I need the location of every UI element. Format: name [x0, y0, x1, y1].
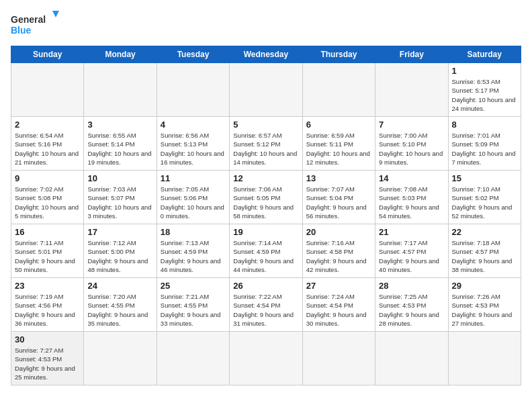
day-number: 24 [87, 281, 152, 291]
day-number: 15 [452, 173, 517, 183]
calendar-header-row: SundayMondayTuesdayWednesdayThursdayFrid… [11, 46, 521, 63]
day-info: Sunrise: 6:54 AM Sunset: 5:16 PM Dayligh… [15, 131, 80, 167]
col-header-monday: Monday [84, 46, 157, 63]
col-header-wednesday: Wednesday [230, 46, 302, 63]
day-number: 28 [379, 281, 444, 291]
day-number: 16 [15, 227, 80, 237]
calendar-cell [157, 63, 229, 117]
day-info: Sunrise: 7:21 AM Sunset: 4:55 PM Dayligh… [161, 292, 226, 328]
day-info: Sunrise: 7:12 AM Sunset: 5:00 PM Dayligh… [87, 238, 152, 274]
day-number: 30 [15, 334, 80, 345]
calendar-week-1: 1Sunrise: 6:53 AM Sunset: 5:17 PM Daylig… [11, 63, 521, 117]
calendar-cell: 26Sunrise: 7:22 AM Sunset: 4:54 PM Dayli… [230, 278, 302, 332]
calendar-cell: 20Sunrise: 7:16 AM Sunset: 4:58 PM Dayli… [302, 224, 375, 278]
day-number: 8 [452, 120, 517, 130]
calendar-table: SundayMondayTuesdayWednesdayThursdayFrid… [11, 46, 521, 385]
day-info: Sunrise: 6:53 AM Sunset: 5:17 PM Dayligh… [452, 77, 517, 113]
col-header-tuesday: Tuesday [157, 46, 229, 63]
calendar-cell: 18Sunrise: 7:13 AM Sunset: 4:59 PM Dayli… [157, 224, 229, 278]
calendar-cell: 9Sunrise: 7:02 AM Sunset: 5:08 PM Daylig… [11, 171, 84, 224]
day-info: Sunrise: 7:00 AM Sunset: 5:10 PM Dayligh… [379, 131, 444, 167]
calendar-cell [230, 332, 302, 385]
calendar-cell: 5Sunrise: 6:57 AM Sunset: 5:12 PM Daylig… [230, 117, 302, 171]
calendar-cell: 29Sunrise: 7:26 AM Sunset: 4:53 PM Dayli… [448, 278, 521, 332]
calendar-cell: 1Sunrise: 6:53 AM Sunset: 5:17 PM Daylig… [448, 63, 521, 117]
day-number: 3 [87, 120, 152, 130]
day-info: Sunrise: 7:10 AM Sunset: 5:02 PM Dayligh… [452, 185, 517, 220]
day-info: Sunrise: 7:25 AM Sunset: 4:53 PM Dayligh… [379, 292, 444, 328]
day-number: 9 [15, 173, 80, 183]
day-info: Sunrise: 7:11 AM Sunset: 5:01 PM Dayligh… [15, 238, 80, 274]
calendar-cell [448, 332, 521, 385]
day-number: 11 [161, 173, 226, 183]
calendar-cell: 22Sunrise: 7:18 AM Sunset: 4:57 PM Dayli… [448, 224, 521, 278]
day-number: 1 [452, 66, 517, 76]
calendar-cell: 7Sunrise: 7:00 AM Sunset: 5:10 PM Daylig… [375, 117, 448, 171]
day-info: Sunrise: 7:27 AM Sunset: 4:53 PM Dayligh… [15, 346, 80, 381]
col-header-saturday: Saturday [448, 46, 521, 63]
day-info: Sunrise: 7:19 AM Sunset: 4:56 PM Dayligh… [15, 292, 80, 328]
calendar-cell: 2Sunrise: 6:54 AM Sunset: 5:16 PM Daylig… [11, 117, 84, 171]
calendar-cell: 21Sunrise: 7:17 AM Sunset: 4:57 PM Dayli… [375, 224, 448, 278]
day-number: 12 [233, 173, 298, 183]
calendar-cell [375, 63, 448, 117]
day-number: 21 [379, 227, 444, 237]
logo: GeneralBlue [11, 11, 64, 38]
col-header-thursday: Thursday [302, 46, 375, 63]
day-info: Sunrise: 7:14 AM Sunset: 4:59 PM Dayligh… [233, 238, 298, 274]
day-info: Sunrise: 7:13 AM Sunset: 4:59 PM Dayligh… [161, 238, 226, 274]
day-number: 5 [233, 120, 298, 130]
col-header-friday: Friday [375, 46, 448, 63]
day-info: Sunrise: 7:20 AM Sunset: 4:55 PM Dayligh… [87, 292, 152, 328]
day-info: Sunrise: 7:06 AM Sunset: 5:05 PM Dayligh… [233, 185, 298, 220]
calendar-cell [302, 63, 375, 117]
day-number: 10 [87, 173, 152, 183]
calendar-cell: 6Sunrise: 6:59 AM Sunset: 5:11 PM Daylig… [302, 117, 375, 171]
day-number: 7 [379, 120, 444, 130]
day-info: Sunrise: 7:18 AM Sunset: 4:57 PM Dayligh… [452, 238, 517, 274]
calendar-cell: 24Sunrise: 7:20 AM Sunset: 4:55 PM Dayli… [84, 278, 157, 332]
day-number: 13 [306, 173, 371, 183]
calendar-cell: 14Sunrise: 7:08 AM Sunset: 5:03 PM Dayli… [375, 171, 448, 224]
calendar-cell: 4Sunrise: 6:56 AM Sunset: 5:13 PM Daylig… [157, 117, 229, 171]
calendar-cell: 30Sunrise: 7:27 AM Sunset: 4:53 PM Dayli… [11, 332, 84, 385]
calendar-cell [157, 332, 229, 385]
calendar-cell: 13Sunrise: 7:07 AM Sunset: 5:04 PM Dayli… [302, 171, 375, 224]
calendar-cell: 28Sunrise: 7:25 AM Sunset: 4:53 PM Dayli… [375, 278, 448, 332]
calendar-cell [11, 63, 84, 117]
day-number: 27 [306, 281, 371, 291]
calendar-cell: 23Sunrise: 7:19 AM Sunset: 4:56 PM Dayli… [11, 278, 84, 332]
calendar-cell: 3Sunrise: 6:55 AM Sunset: 5:14 PM Daylig… [84, 117, 157, 171]
calendar-cell: 8Sunrise: 7:01 AM Sunset: 5:09 PM Daylig… [448, 117, 521, 171]
day-number: 29 [452, 281, 517, 291]
day-number: 26 [233, 281, 298, 291]
calendar-week-3: 9Sunrise: 7:02 AM Sunset: 5:08 PM Daylig… [11, 171, 521, 224]
day-info: Sunrise: 7:02 AM Sunset: 5:08 PM Dayligh… [15, 185, 80, 220]
day-info: Sunrise: 7:16 AM Sunset: 4:58 PM Dayligh… [306, 238, 371, 274]
day-number: 20 [306, 227, 371, 237]
calendar-cell [375, 332, 448, 385]
day-number: 18 [161, 227, 226, 237]
calendar-cell: 12Sunrise: 7:06 AM Sunset: 5:05 PM Dayli… [230, 171, 302, 224]
calendar-cell: 16Sunrise: 7:11 AM Sunset: 5:01 PM Dayli… [11, 224, 84, 278]
day-number: 4 [161, 120, 226, 130]
day-info: Sunrise: 7:05 AM Sunset: 5:06 PM Dayligh… [161, 185, 226, 220]
day-number: 19 [233, 227, 298, 237]
day-info: Sunrise: 7:08 AM Sunset: 5:03 PM Dayligh… [379, 185, 444, 220]
day-info: Sunrise: 6:57 AM Sunset: 5:12 PM Dayligh… [233, 131, 298, 167]
calendar-cell: 27Sunrise: 7:24 AM Sunset: 4:54 PM Dayli… [302, 278, 375, 332]
logo-icon: GeneralBlue [11, 11, 64, 38]
day-info: Sunrise: 7:22 AM Sunset: 4:54 PM Dayligh… [233, 292, 298, 328]
svg-marker-2 [52, 11, 59, 17]
day-number: 2 [15, 120, 80, 130]
day-number: 14 [379, 173, 444, 183]
day-info: Sunrise: 7:07 AM Sunset: 5:04 PM Dayligh… [306, 185, 371, 220]
calendar-week-2: 2Sunrise: 6:54 AM Sunset: 5:16 PM Daylig… [11, 117, 521, 171]
day-info: Sunrise: 7:26 AM Sunset: 4:53 PM Dayligh… [452, 292, 517, 328]
day-info: Sunrise: 7:17 AM Sunset: 4:57 PM Dayligh… [379, 238, 444, 274]
calendar-cell: 17Sunrise: 7:12 AM Sunset: 5:00 PM Dayli… [84, 224, 157, 278]
day-number: 6 [306, 120, 371, 130]
day-number: 22 [452, 227, 517, 237]
calendar-week-5: 23Sunrise: 7:19 AM Sunset: 4:56 PM Dayli… [11, 278, 521, 332]
svg-text:Blue: Blue [11, 25, 32, 36]
